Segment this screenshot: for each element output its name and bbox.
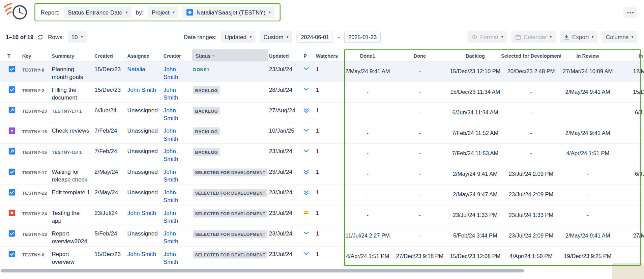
column-header-backlog[interactable]: Backlog [449,49,501,61]
horizontal-scrollbar[interactable] [1,269,524,273]
column-header-summary[interactable]: Summary [51,49,94,61]
status-entrance-date: 4/Apr/24 1:50 PM [501,247,561,267]
column-header-done1[interactable]: Done1 [345,49,390,61]
creator-link[interactable]: John Smith [164,210,178,224]
assignee-link[interactable]: John Smith [127,86,156,93]
issue-summary[interactable]: Testing the app [51,205,94,226]
refresh-icon[interactable] [37,34,43,40]
watchers-count: 1 [315,205,345,226]
assignee: Unassigned [126,226,163,246]
chevron-down-icon: ▾ [126,10,128,14]
assignee: John Smith [126,205,163,226]
group-by-select[interactable]: Project ▾ [148,6,178,18]
rows-per-page-value: 10 [71,34,78,40]
status-entrance-date: 2/May/24 9:41 AM [561,226,614,246]
issue-summary[interactable]: Edit template 1 [51,185,94,205]
column-header-updated[interactable]: Updated [268,49,302,61]
column-header-watchers[interactable]: Watchers [315,49,345,61]
issue-summary[interactable]: TESTNY-15/ 1 [51,144,94,164]
table-row[interactable]: TESTNY-16TESTNY-15/ 17/Feb/24UnassignedJ… [0,144,644,164]
creator-link[interactable]: John Smith [164,86,178,101]
creator-link[interactable]: John Smith [164,66,178,80]
issue-key: TESTNY-13 [21,226,51,246]
issue-summary[interactable]: TESTNY-17/ 1 [51,103,94,123]
table-row[interactable]: TESTNY-22Edit template 12/May/24Unassign… [0,185,644,205]
column-header-t[interactable]: T [6,49,21,61]
table-row[interactable]: TESTNY-23TESTNY-17/ 16/Jun/24UnassignedJ… [0,103,644,123]
table-row[interactable]: TESTNY-2Filling the document15/Dec/23Joh… [0,82,644,103]
column-header-p[interactable]: P [303,49,315,61]
status-entrance-date: 23/Jul/24 1:33 PM [501,205,561,226]
pagination-info: 1–10 of 19 [6,34,33,40]
date-separator: - [338,34,340,40]
export-button[interactable]: Export ▾ [560,31,598,43]
issue-summary[interactable]: Check reviews [51,123,94,143]
issue-type-epic-icon [7,128,20,134]
column-header-created[interactable]: Created [94,49,126,61]
table-row[interactable]: TESTNY-6Report overview15/Dec/23John Smi… [0,247,644,267]
column-header-assignee[interactable]: Assignee [126,49,163,61]
table-row[interactable]: TESTNY-24Testing the app23/Jul/24John Sm… [0,205,644,226]
status-entrance-date: - [345,82,390,103]
column-header-in-review[interactable]: In Review [561,49,614,61]
updated-date: 23/Jul/24 [268,226,302,246]
date-from-input[interactable]: 2024-06-01 [297,31,333,43]
status-entrance-date: 2/May/24 9:47 AM [449,185,501,205]
creator: John Smith [163,205,192,226]
creator-link[interactable]: John Smith [164,168,178,183]
updated-date: 27/Aug/24 [268,103,302,123]
issue-summary[interactable]: Filling the document [51,82,94,103]
jira-project-icon [186,9,193,16]
creator-link[interactable]: John Smith [164,128,178,142]
table-row[interactable]: TESTNY-8Planning month goals15/Dec/23Nat… [0,62,644,82]
columns-label: Columns [606,34,628,40]
project-select[interactable]: NataliaYSaasjet (TESTNY) ▾ [183,6,274,18]
table-row[interactable]: TESTNY-15Check reviews7/Feb/24Unassigned… [0,123,644,144]
creator: John Smith [163,247,192,267]
issue-key: TESTNY-23 [21,103,51,123]
date-field-value: Updated [225,34,246,40]
status-entrance-date: 7/Feb/24 11:52 AM [449,123,501,143]
issue-key: TESTNY-24 [21,205,51,226]
creator-link[interactable]: John Smith [164,230,178,245]
report-type-value: Status Entrance Date [68,9,122,16]
more-options-button[interactable] [623,7,637,18]
date-to-input[interactable]: 2025-01-23 [344,31,381,43]
creator-link[interactable]: John Smith [164,107,178,121]
report-app: Report: Status Entrance Date ▾ by: Proje… [0,0,644,279]
updated-date: 23/Jul/24 [268,144,302,164]
columns-button[interactable]: Columns ▾ [602,31,638,43]
status-entrance-date: 5/Feb/24 3:44 PM [449,226,501,246]
range-type-select[interactable]: Custom ▾ [260,31,292,43]
watchers-count: 1 [315,185,345,205]
creator-link[interactable]: John Smith [164,251,178,265]
assignee-link[interactable]: John Smith [127,251,156,257]
issue-summary[interactable]: Waiting for release check [51,164,94,185]
assignee-link[interactable]: Natalia [127,66,145,72]
date-field-select[interactable]: Updated ▾ [221,31,256,43]
issue-summary[interactable]: Planning month goals [51,62,94,82]
status-entrance-date: - [501,82,561,103]
rows-per-page-select[interactable]: 10 ▾ [68,31,87,43]
column-header-key[interactable]: Key [21,49,51,61]
column-header-status[interactable]: Status↑ [192,49,268,61]
report-type-select[interactable]: Status Entrance Date ▾ [64,6,131,18]
chevron-down-icon: ▾ [250,35,252,39]
creator-link[interactable]: John Smith [164,148,178,163]
status-entrance-date: 2/May/24 9:41 AM [449,164,501,185]
column-header-done[interactable]: Done [390,49,449,61]
issue-summary[interactable]: Report overview [51,247,94,267]
chevron-down-icon: ▾ [287,35,289,39]
column-header-creator[interactable]: Creator [163,49,192,61]
date-ranges-label: Date ranges: [183,34,216,40]
table-row[interactable]: TESTNY-13Report overview20245/Feb/24Unas… [0,226,644,247]
assignee-link[interactable]: John Smith [127,210,156,216]
status-entrance-date: - [390,103,449,123]
issue-summary[interactable]: Report overview2024 [51,226,94,246]
creator-link[interactable]: John Smith [164,189,178,203]
table-row[interactable]: TESTNY-17Waiting for release check2/May/… [0,164,644,185]
status-badge: SELECTED FOR DEVELOPMENT [193,189,268,197]
chevron-down-icon: ▾ [81,35,83,39]
column-header-in-pr[interactable]: In Pr [614,49,644,61]
column-header-selected-for-development[interactable]: Selected for Development [501,49,561,61]
